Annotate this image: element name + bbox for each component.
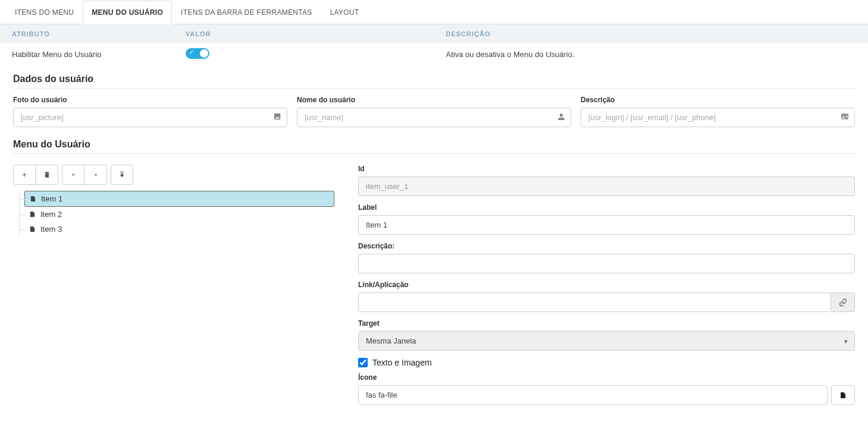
user-data-section: Dados do usuário Foto do usuário Nome do… bbox=[0, 65, 868, 131]
items-tree: Item 1 Item 2 Item 3 bbox=[19, 191, 334, 237]
tab-layout[interactable]: LAYOUT bbox=[321, 1, 368, 24]
icone-preview[interactable] bbox=[831, 385, 855, 405]
user-photo-input[interactable] bbox=[13, 108, 287, 127]
tree-item-label: Item 1 bbox=[41, 194, 62, 203]
attribute-table: ATRIBUTO VALOR DESCRIÇÃO Habilitar Menu … bbox=[0, 24, 868, 65]
file-icon bbox=[30, 195, 36, 203]
section-title-user-data: Dados do usuário bbox=[13, 74, 855, 89]
id-input bbox=[358, 177, 855, 196]
move-down-button[interactable] bbox=[84, 165, 107, 185]
user-desc-input[interactable] bbox=[581, 108, 855, 127]
text-image-checkbox[interactable] bbox=[358, 358, 368, 367]
import-button[interactable] bbox=[111, 165, 133, 185]
enable-user-menu-toggle[interactable] bbox=[186, 48, 209, 59]
tree-item-label: Item 3 bbox=[40, 225, 62, 234]
icone-label: Ícone bbox=[358, 373, 855, 382]
move-up-button[interactable] bbox=[62, 165, 84, 185]
id-label: Id bbox=[358, 165, 855, 173]
text-image-label: Texto e Imagem bbox=[372, 358, 432, 367]
table-row: Habilitar Menu do Usuário Ativa ou desat… bbox=[0, 43, 868, 65]
user-name-input[interactable] bbox=[297, 108, 571, 127]
card-icon[interactable] bbox=[841, 112, 849, 122]
link-input[interactable] bbox=[358, 292, 831, 312]
menu-usuario-section: Menu do Usuário bbox=[0, 131, 868, 165]
descricao-label: Descrição: bbox=[358, 242, 855, 250]
tab-toolbar-items[interactable]: ITENS DA BARRA DE FERRAMENTAS bbox=[172, 1, 321, 24]
image-icon[interactable] bbox=[273, 112, 281, 122]
label-input[interactable] bbox=[358, 215, 855, 235]
icone-input[interactable] bbox=[358, 385, 828, 405]
file-icon bbox=[29, 225, 36, 233]
tree-item-1[interactable]: Item 1 bbox=[24, 191, 334, 207]
label-label: Label bbox=[358, 203, 855, 212]
name-label: Nome do usuário bbox=[297, 96, 571, 104]
link-picker-button[interactable] bbox=[831, 292, 855, 312]
tab-itens-menu[interactable]: ITENS DO MENU bbox=[6, 1, 83, 24]
tree-item-label: Item 2 bbox=[40, 210, 62, 219]
col-value: VALOR bbox=[174, 24, 434, 43]
section-title-menu: Menu do Usuário bbox=[13, 139, 855, 154]
target-select[interactable]: Mesma Janela bbox=[358, 331, 855, 351]
attr-name: Habilitar Menu do Usuário bbox=[0, 43, 174, 65]
tab-menu-usuario[interactable]: MENU DO USUÁRIO bbox=[83, 1, 172, 24]
add-button[interactable] bbox=[13, 165, 36, 185]
delete-button[interactable] bbox=[36, 165, 58, 185]
user-icon[interactable] bbox=[557, 113, 565, 122]
descricao-input[interactable] bbox=[358, 254, 855, 273]
photo-label: Foto do usuário bbox=[13, 96, 287, 104]
attr-description: Ativa ou desativa o Menu do Usuário. bbox=[434, 43, 868, 65]
tree-item-3[interactable]: Item 3 bbox=[24, 222, 334, 237]
desc-label: Descrição bbox=[581, 96, 855, 104]
target-label: Target bbox=[358, 319, 855, 328]
tree-item-2[interactable]: Item 2 bbox=[24, 207, 334, 222]
col-attribute: ATRIBUTO bbox=[0, 24, 174, 43]
tree-toolbar bbox=[13, 165, 334, 185]
link-label: Link/Aplicação bbox=[358, 281, 855, 289]
file-icon bbox=[29, 210, 36, 218]
col-description: DESCRIÇÃO bbox=[434, 24, 868, 43]
tabs-bar: ITENS DO MENU MENU DO USUÁRIO ITENS DA B… bbox=[0, 0, 868, 24]
